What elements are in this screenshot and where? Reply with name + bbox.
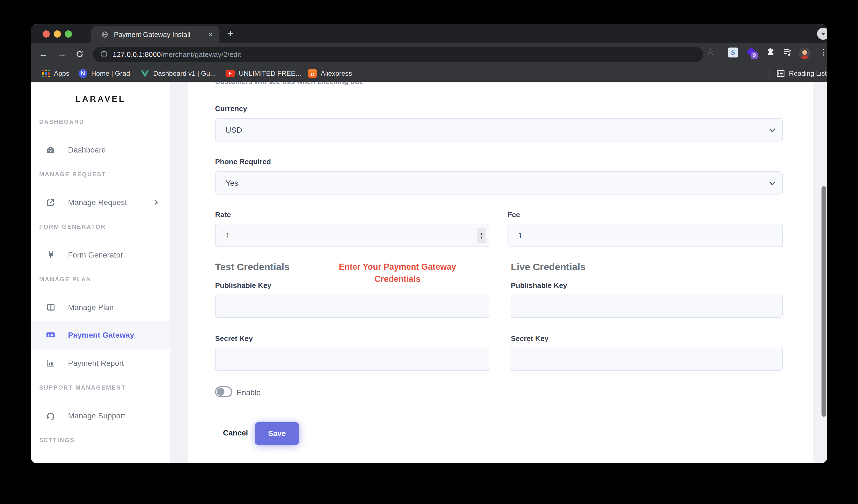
address-bar[interactable]: 127.0.0.1:8000/merchant/gateway/2/edit (93, 47, 703, 62)
chevron-down-icon (817, 28, 827, 40)
sidebar-item-payment-report[interactable]: Payment Report (31, 355, 170, 371)
sidebar-item-settings[interactable]: ⚙ Settings (31, 459, 170, 463)
sidebar-item-label: Manage Support (68, 411, 125, 420)
sidebar-item-label: Payment Gateway (68, 330, 134, 339)
bookmark-label: Home | Grad (91, 70, 130, 77)
section-label-form-generator: FORM GENERATOR (39, 223, 106, 230)
sidebar: LARAVEL DASHBOARD Dashboard MANAGE REQUE… (31, 82, 170, 463)
test-publishable-key-input[interactable] (215, 295, 489, 318)
live-secret-key-input[interactable] (511, 347, 783, 371)
sidebar-item-label: Form Generator (68, 250, 123, 259)
bookmark-label: UNLIMITED FREE... (239, 70, 301, 77)
page-viewport: LARAVEL DASHBOARD Dashboard MANAGE REQUE… (31, 82, 827, 463)
sidebar-item-label: Manage Plan (68, 303, 114, 312)
reload-icon (75, 50, 84, 59)
enable-label: Enable (237, 388, 261, 397)
n-logo-icon: N (79, 69, 88, 78)
phone-required-value: Yes (225, 179, 238, 188)
svg-text:$: $ (48, 334, 49, 337)
sidebar-item-dashboard[interactable]: Dashboard (31, 142, 170, 158)
rate-label: Rate (215, 211, 231, 219)
reading-list-icon (776, 69, 785, 78)
tab-close-icon[interactable]: × (208, 30, 213, 39)
url-path: /merchant/gateway/2/edit (161, 50, 241, 58)
gear-icon: ⚙ (46, 462, 55, 463)
live-credentials-heading: Live Credentials (511, 261, 586, 273)
back-button[interactable]: ← (36, 48, 50, 61)
profile-avatar[interactable] (799, 47, 810, 59)
forward-button[interactable]: → (55, 48, 68, 61)
live-secret-key-label: Secret Key (511, 334, 549, 343)
bookmarks-bar: Apps N Home | Grad Dashboard v1 | Gu... … (31, 65, 827, 82)
section-label-manage-request: MANAGE REQUEST (39, 171, 106, 177)
new-tab-button[interactable]: + (224, 27, 237, 40)
plug-icon (46, 250, 55, 259)
bookmark-home-grad[interactable]: N Home | Grad (79, 65, 130, 82)
columns-icon (46, 303, 55, 312)
test-secret-key-label: Secret Key (215, 334, 253, 343)
extensions-puzzle-icon[interactable] (766, 48, 775, 59)
bookmark-apps[interactable]: Apps (42, 65, 69, 82)
cancel-button[interactable]: Cancel (220, 429, 251, 437)
playlist-music-icon[interactable] (783, 48, 792, 59)
rate-input[interactable]: 1 ▲▼ (215, 224, 489, 247)
bookmark-star-icon[interactable]: ☆ (706, 46, 715, 57)
live-publishable-key-label: Publishable Key (511, 281, 567, 290)
extension-s-icon[interactable]: S (728, 48, 738, 58)
sidebar-item-manage-support[interactable]: Manage Support (31, 407, 170, 424)
page-scrollbar-thumb[interactable] (822, 186, 826, 417)
bookmark-aliexpress[interactable]: a Aliexpress (308, 65, 352, 82)
bookmark-youtube[interactable]: UNLIMITED FREE... (225, 65, 301, 82)
sidebar-item-form-generator[interactable]: Form Generator (31, 246, 170, 263)
phone-required-select[interactable]: Yes (215, 171, 783, 195)
globe-icon (101, 31, 108, 38)
live-publishable-key-input[interactable] (511, 295, 783, 318)
headset-icon (46, 411, 55, 420)
currency-label: Currency (215, 104, 247, 113)
checkout-hint-text: Customers will see this when checking ou… (215, 82, 364, 86)
sidebar-item-payment-gateway[interactable]: $ Payment Gateway (31, 321, 170, 349)
fee-input[interactable]: 1 (508, 224, 783, 247)
test-publishable-key-label: Publishable Key (215, 281, 271, 290)
sidebar-item-manage-request[interactable]: Manage Request (31, 194, 170, 211)
bookmark-label: Aliexpress (321, 70, 352, 77)
enable-toggle[interactable] (215, 386, 232, 397)
toggle-knob (217, 388, 224, 396)
url-host: 127.0.0.1:8000 (113, 50, 161, 58)
currency-select[interactable]: USD (215, 118, 783, 142)
reading-list-button[interactable]: Reading List (776, 65, 827, 82)
youtube-icon (225, 70, 235, 77)
bookmark-label: Dashboard v1 | Gu... (153, 70, 216, 77)
rate-value: 1 (225, 231, 230, 240)
bookmark-label: Apps (54, 70, 69, 77)
extension-diamond-icon[interactable]: 9 (747, 48, 759, 60)
bookmark-dashboard-v1[interactable]: Dashboard v1 | Gu... (140, 65, 216, 82)
bookmarks-divider (769, 69, 770, 78)
browser-tab[interactable]: Payment Gateway Install × (91, 26, 220, 43)
sidebar-item-label: Settings (68, 462, 96, 463)
test-credentials-heading: Test Credentials (215, 261, 290, 273)
close-window-button[interactable] (42, 30, 49, 37)
chevron-right-icon (153, 199, 159, 205)
zoom-window-button[interactable] (64, 30, 72, 37)
minimize-window-button[interactable] (53, 30, 61, 37)
extension-badge: 9 (751, 52, 758, 59)
number-spinner[interactable]: ▲▼ (477, 228, 486, 243)
test-secret-key-input[interactable] (215, 347, 489, 371)
sidebar-item-label: Dashboard (68, 145, 106, 154)
section-label-support-management: SUPPORT MANAGEMENT (39, 384, 126, 391)
share-icon (46, 198, 55, 207)
browser-menu-icon[interactable]: ⋮ (819, 47, 827, 57)
reload-button[interactable] (73, 48, 86, 61)
section-label-dashboard: DASHBOARD (39, 118, 84, 125)
save-button[interactable]: Save (255, 422, 299, 445)
chevron-down-icon (769, 181, 776, 186)
currency-value: USD (225, 126, 242, 134)
browser-window: Payment Gateway Install × + ← → (31, 24, 827, 463)
sidebar-item-manage-plan[interactable]: Manage Plan (31, 299, 170, 315)
site-info-icon[interactable] (100, 50, 108, 58)
sidebar-item-label: Manage Request (68, 198, 127, 207)
chevron-down-icon (769, 128, 776, 133)
browser-toolbar: ← → 127.0.0.1:8000/merchant/gateway/2/ed… (31, 43, 827, 65)
tab-search-button[interactable] (817, 28, 827, 40)
